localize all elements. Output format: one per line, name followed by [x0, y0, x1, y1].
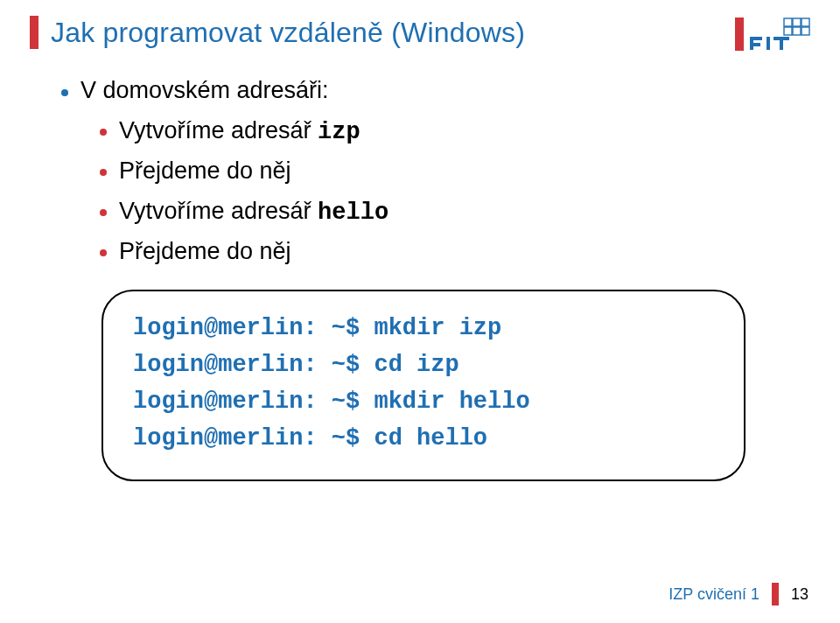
terminal-snippet: login@merlin: ~$ mkdir izp login@merlin:…	[102, 290, 746, 481]
svg-rect-11	[780, 37, 783, 50]
code-line: login@merlin: ~$ cd izp	[133, 347, 714, 384]
bullet-text: Vytvoříme adresář hello	[119, 198, 388, 226]
svg-rect-8	[750, 43, 760, 46]
bullet-code-part: izp	[318, 119, 360, 145]
svg-rect-2	[802, 18, 809, 26]
bullet-dot-icon	[100, 209, 107, 216]
code-line: login@merlin: ~$ mkdir hello	[133, 384, 714, 421]
bullet-text-part: Vytvoříme adresář	[119, 198, 318, 224]
list-item: Přejdeme do něj	[100, 151, 798, 192]
svg-rect-3	[784, 27, 792, 35]
slide: Jak programovat vzdáleně (Windows)	[0, 0, 840, 623]
svg-rect-1	[793, 18, 801, 26]
svg-rect-4	[793, 27, 801, 35]
bullet-dot-icon	[61, 89, 68, 96]
footer-accent-bar	[772, 583, 779, 606]
bullet-text: Přejdeme do něj	[119, 158, 291, 186]
content-area: V domovském adresáři: Vytvoříme adresář …	[0, 51, 840, 481]
slide-title: Jak programovat vzdáleně (Windows)	[51, 17, 525, 49]
bullet-dot-icon	[100, 249, 107, 256]
bullet-text-part: Přejdeme do něj	[119, 238, 291, 264]
list-item: Vytvoříme adresář hello	[100, 192, 798, 232]
bullet-text-part: Přejdeme do něj	[119, 158, 291, 184]
bullet-text: Vytvoříme adresář izp	[119, 117, 360, 145]
list-item: Vytvoříme adresář izp	[100, 111, 798, 151]
fit-logo-icon	[749, 18, 810, 51]
title-left: Jak programovat vzdáleně (Windows)	[30, 16, 525, 49]
svg-rect-9	[766, 37, 770, 50]
slide-footer: IZP cvičení 1 13	[668, 583, 808, 606]
list-item: V domovském adresáři:	[61, 70, 798, 111]
bullet-text: V domovském adresáři:	[80, 77, 329, 104]
bullet-text-part: Vytvoříme adresář	[119, 117, 318, 144]
bullet-text: Přejdeme do něj	[119, 238, 291, 266]
code-line: login@merlin: ~$ mkdir izp	[133, 311, 714, 347]
title-accent-bar	[30, 16, 38, 49]
bullet-level-1: V domovském adresáři: Vytvoříme adresář …	[61, 70, 798, 272]
bullet-level-2-group: Vytvoříme adresář izp Přejdeme do něj Vy…	[61, 111, 798, 272]
bullet-dot-icon	[100, 129, 107, 136]
page-number: 13	[791, 585, 808, 604]
svg-rect-0	[784, 18, 792, 26]
bullet-dot-icon	[100, 169, 107, 176]
logo-accent-bar	[735, 18, 744, 51]
logo-area	[735, 16, 810, 51]
code-line: login@merlin: ~$ cd hello	[133, 421, 714, 458]
svg-rect-5	[802, 27, 809, 35]
title-row: Jak programovat vzdáleně (Windows)	[0, 0, 840, 51]
list-item: Přejdeme do něj	[100, 232, 798, 272]
bullet-code-part: hello	[318, 200, 388, 226]
footer-label: IZP cvičení 1	[668, 585, 760, 604]
